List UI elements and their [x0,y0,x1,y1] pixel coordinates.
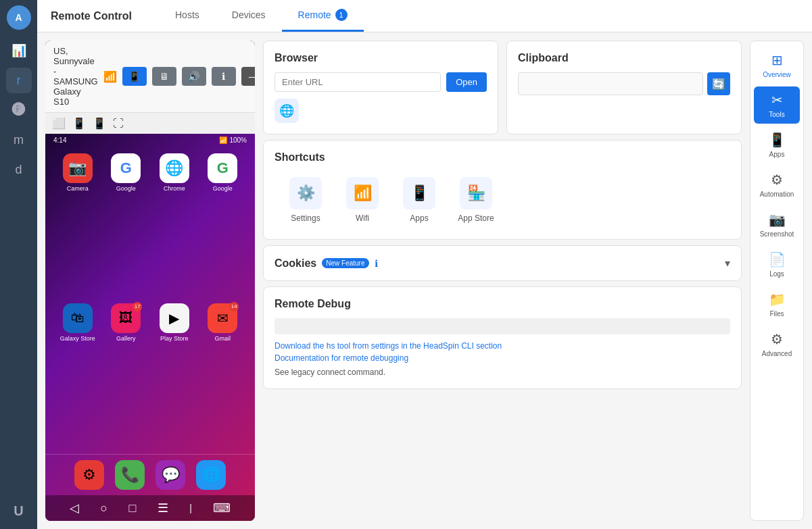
grid-sidebar-icon[interactable]: m [6,127,32,153]
debug-link-1[interactable]: Download the hs tool from settings in th… [274,341,730,351]
app-google2[interactable]: G Google [201,153,245,298]
phone-nav-bar: ◁ ○ □ ☰ | ⌨ [45,495,255,521]
settings-shortcut-icon: ⚙️ [289,177,322,209]
app-gmail[interactable]: ✉ 14 Gmail [201,303,245,448]
top-navigation: Remote Control Hosts Devices Remote 1 [37,0,812,32]
cookies-chevron-icon[interactable]: ▾ [725,257,730,270]
advanced-icon: ⚙ [771,331,783,347]
tool-logs[interactable]: 📄 Logs [754,246,800,283]
wifi-icon: 📶 [103,70,117,83]
dock-msg[interactable]: 💬 [156,460,185,490]
phone-apps-grid: 📷 Camera G Google 🌐 Chrome G Google [45,147,255,454]
tool-apps[interactable]: 📱 Apps [754,126,800,163]
menu-btn[interactable]: ☰ [158,501,168,515]
app-gallery[interactable]: 🖼 17 Gallery [105,303,148,448]
avatar[interactable]: A [7,5,31,30]
url-input-row: Open [274,72,487,92]
logs-icon: 📄 [769,251,786,268]
dock-browser[interactable]: 🌐 [196,460,226,490]
shortcut-apps[interactable]: 📱 Apps [399,177,439,223]
files-icon: 📁 [769,291,786,307]
remote-sidebar-icon[interactable]: r [6,68,32,93]
clipboard-input[interactable] [518,72,703,95]
doc-sidebar-icon[interactable]: d [6,157,32,182]
shortcut-app-store[interactable]: 🏪 App Store [456,177,496,223]
app-icon-galaxy-store: 🛍 [63,303,93,333]
app-title: Remote Control [51,10,132,22]
back-btn[interactable]: ◁ [70,501,79,515]
overview-icon: ⊞ [771,52,783,68]
tab-hosts[interactable]: Hosts [159,0,216,32]
app-play-store[interactable]: ▶ Play Store [153,303,196,448]
dock-settings[interactable]: ⚙ [74,460,104,490]
clipboard-section: Clipboard 🔄 [506,41,742,134]
app-chrome[interactable]: 🌐 Chrome [153,153,196,298]
debug-link-2[interactable]: Documentation for remote debugging [274,353,730,363]
device-screen-btn[interactable]: 🖥 [152,67,176,86]
clipboard-refresh-btn[interactable]: 🔄 [707,72,730,95]
cookies-header: Cookies New Feature ℹ ▾ [274,257,730,270]
clipboard-input-row: 🔄 [518,72,730,95]
app-store-shortcut-icon: 🏪 [460,177,492,209]
tool-overview[interactable]: ⊞ Overview [754,47,800,84]
apps-icon: 📱 [769,132,786,148]
dock-phone[interactable]: 📞 [115,460,145,490]
device-volume-btn[interactable]: 🔊 [182,67,206,86]
tool-screenshot[interactable]: 📷 Screenshot [754,206,800,243]
app-icon-camera: 📷 [63,153,93,183]
toolbar-screen-icon[interactable]: ⬜ [52,117,66,130]
device-phone-btn[interactable]: 📱 [122,67,147,86]
recents-btn[interactable]: □ [128,501,136,515]
cookies-section: Cookies New Feature ℹ ▾ [263,245,742,281]
tool-tools[interactable]: ✂ Tools [754,86,800,124]
device-info-btn[interactable]: ℹ [212,67,236,86]
new-feature-badge: New Feature [322,258,368,268]
search-sidebar-icon[interactable]: 🅟 [6,97,32,123]
toolbar-fullscreen-icon[interactable]: ⛶ [113,118,124,130]
toolbar-landscape-icon[interactable]: 📱 [93,117,106,130]
tool-advanced[interactable]: ⚙ Advanced [754,326,800,363]
app-icon-google2: G [208,153,237,183]
left-sidebar: A 📊 r 🅟 m d U [0,0,37,529]
phone-status-icons: 📶 100% [219,136,247,144]
chart-sidebar-icon[interactable]: 📊 [6,38,32,64]
clipboard-title: Clipboard [518,52,730,64]
shortcut-settings[interactable]: ⚙️ Settings [285,177,326,223]
app-google[interactable]: G Google [105,153,148,298]
app-galaxy-store[interactable]: 🛍 Galaxy Store [56,303,99,448]
tab-devices[interactable]: Devices [216,0,282,32]
wifi-shortcut-icon: 📶 [346,177,379,209]
keyboard-btn[interactable]: ⌨ [213,501,231,515]
separator: | [189,503,192,513]
url-input[interactable] [274,72,441,92]
tool-automation[interactable]: ⚙ Automation [754,166,800,203]
user-sidebar-icon[interactable]: U [6,498,32,524]
globe-icon[interactable]: 🌐 [274,99,299,123]
device-screen: 4:14 📶 100% 📷 Camera G Google [45,134,255,521]
shortcut-wifi[interactable]: 📶 Wifi [342,177,383,223]
tools-icon: ✂ [771,92,783,108]
debug-text: See legacy connect command. [274,368,385,377]
tools-sidebar: ⊞ Overview ✂ Tools 📱 Apps ⚙ Automation 📷… [750,41,804,521]
cookies-left: Cookies New Feature ℹ [274,257,378,270]
shortcuts-section: Shortcuts ⚙️ Settings 📶 Wifi 📱 Apps [263,140,742,240]
device-minimize-btn[interactable]: — [241,67,255,86]
tab-remote[interactable]: Remote 1 [282,0,364,32]
open-url-button[interactable]: Open [446,72,487,92]
remote-tab-badge: 1 [335,9,348,21]
device-name: US, Sunnyvale - SAMSUNG Galaxy S10 [53,46,98,107]
app-camera[interactable]: 📷 Camera [56,153,99,298]
nav-tabs: Hosts Devices Remote 1 [159,0,364,32]
cookies-info-icon[interactable]: ℹ [375,258,378,269]
right-panel: Browser Open 🌐 Clipboard 🔄 [263,41,742,521]
toolbar-portrait-icon[interactable]: 📱 [72,117,86,130]
browser-clipboard-row: Browser Open 🌐 Clipboard 🔄 [263,41,742,134]
remote-debug-title: Remote Debug [274,298,730,310]
device-header-controls: 📱 🖥 🔊 ℹ — ✕ [122,67,255,86]
screenshot-icon: 📷 [769,211,786,228]
tool-files[interactable]: 📁 Files [754,286,800,323]
home-btn[interactable]: ○ [100,501,108,515]
app-icon-gmail: ✉ 14 [208,303,237,333]
signal-icon: 📶 [219,136,227,144]
battery-icon: 100% [229,136,247,144]
